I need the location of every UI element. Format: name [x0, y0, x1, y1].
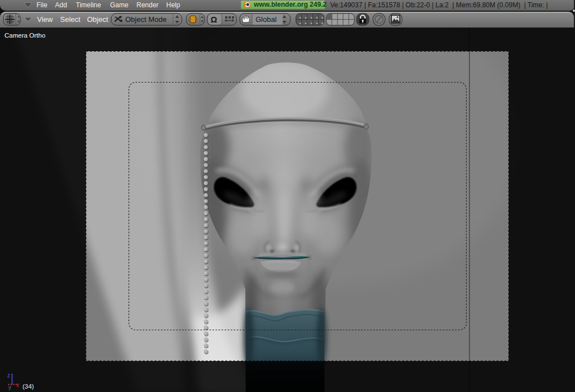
- svg-text:Select: Select: [60, 15, 81, 24]
- svg-text:x: x: [16, 382, 19, 388]
- svg-text:Object Mode: Object Mode: [125, 15, 167, 24]
- svg-text:Camera Ortho: Camera Ortho: [4, 32, 45, 39]
- svg-text:z: z: [7, 372, 10, 379]
- svg-text:y: y: [8, 384, 11, 390]
- svg-text:Ω: Ω: [211, 15, 217, 24]
- svg-text:Object: Object: [87, 15, 108, 24]
- svg-text:Global: Global: [255, 15, 277, 24]
- svg-text:View: View: [37, 15, 53, 24]
- svg-text:(34): (34): [22, 383, 34, 390]
